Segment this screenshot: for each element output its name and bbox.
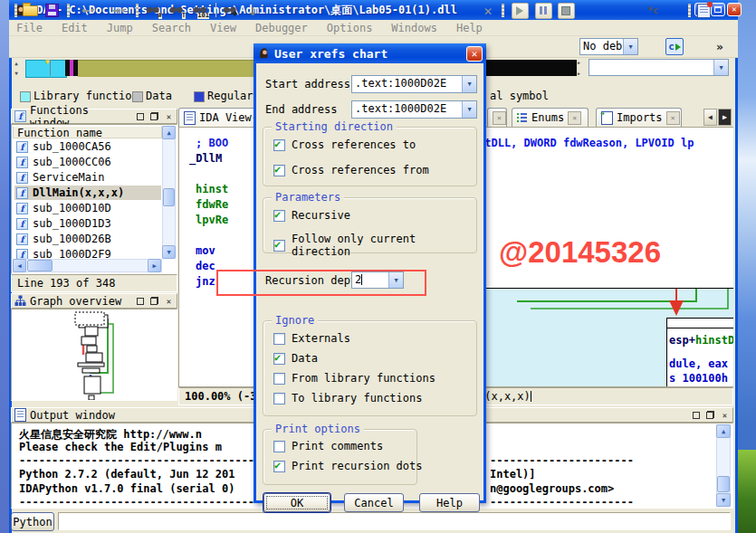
navigate-back-button[interactable]: ←▼ (74, 2, 101, 19)
search-next-button[interactable] (220, 2, 240, 19)
checkbox-data[interactable]: Data (273, 352, 318, 365)
chevron-down-icon[interactable] (713, 60, 728, 75)
search-binary-button[interactable]: # (143, 2, 163, 19)
menu-edit[interactable]: Edit (62, 22, 88, 34)
tab-scroll-left-icon[interactable]: ◀ (703, 109, 717, 126)
checkbox[interactable] (273, 333, 285, 345)
tab-enums[interactable]: Enums ✕ (512, 108, 589, 127)
function-row[interactable]: sub_1000D1D3 (14, 216, 161, 231)
notepad-button[interactable] (694, 2, 713, 19)
menu-options[interactable]: Options (327, 22, 373, 34)
output-vscroll-thumb[interactable] (717, 476, 730, 492)
search-value-button[interactable]: 101 (190, 2, 210, 19)
end-address-combo[interactable]: .text:1000D02E (351, 100, 477, 119)
chevron-down-icon[interactable] (462, 76, 476, 92)
panel-close-icon[interactable]: ✕ (164, 111, 174, 121)
scroll-down-icon[interactable]: ▼ (716, 493, 731, 507)
debugger-select-combo[interactable]: No debug (579, 38, 638, 55)
checkbox-follow-current-direction[interactable]: Follow only current direction (273, 233, 481, 258)
navband-right-arrows[interactable]: ▶▶ (578, 60, 585, 76)
checkbox-from-library-functions[interactable]: From library functions (273, 372, 435, 385)
navband-segment-black-right[interactable] (474, 60, 577, 76)
scroll-up-icon[interactable]: ▲ (162, 126, 176, 139)
graph-overview-titlebar[interactable]: Graph overview ✕ (11, 293, 177, 309)
search-text-button[interactable]: T (167, 2, 187, 19)
navigate-forward-button[interactable]: →▼ (105, 2, 132, 19)
checkbox[interactable] (273, 240, 285, 252)
tab-ida-view[interactable]: IDA View-A (178, 108, 262, 127)
attach-debugger-button[interactable]: *c (643, 2, 663, 19)
toolbar-grip[interactable] (67, 4, 70, 17)
checkbox[interactable] (273, 210, 285, 222)
tab-imports[interactable]: Imports ✕ (596, 108, 682, 127)
panel-close-icon[interactable]: ✕ (720, 410, 730, 420)
panel-float-icon[interactable] (705, 410, 715, 420)
tab-scroll-right-icon[interactable]: ▶ (718, 109, 732, 126)
name-combo[interactable] (589, 59, 729, 76)
chevron-down-icon[interactable] (623, 39, 637, 54)
panel-float-icon[interactable] (149, 111, 159, 121)
scroll-up-icon[interactable]: ▲ (716, 424, 731, 438)
function-row[interactable]: sub_1000CC06 (14, 155, 161, 169)
python-cli-input[interactable] (58, 512, 731, 530)
jump-button[interactable]: ↓ (243, 2, 263, 19)
graph-basic-block[interactable]: esp+hinstDLL] dule, eax s 100100h (666, 318, 733, 387)
functions-window-titlebar[interactable]: Functions window ✕ (11, 109, 177, 124)
panel-float-icon[interactable] (149, 296, 159, 306)
checkbox-cross-references-to[interactable]: Cross references to (273, 138, 416, 151)
checkbox[interactable] (273, 441, 285, 452)
cancel-button[interactable]: Cancel (344, 493, 404, 512)
functions-vscroll-thumb[interactable] (163, 188, 175, 206)
dialog-titlebar[interactable]: User xrefs chart ✕ (254, 43, 486, 63)
checkbox-print-recursion-dots[interactable]: Print recursion dots (273, 460, 423, 472)
menu-file[interactable]: File (16, 22, 43, 34)
cancel-action-button[interactable]: ✕ (478, 2, 498, 19)
debugger-pause-button[interactable] (533, 2, 553, 19)
checkbox[interactable] (273, 393, 285, 405)
open-file-button[interactable] (20, 2, 40, 19)
panel-maximize-icon[interactable] (135, 111, 145, 121)
toolbar-grip[interactable] (14, 4, 17, 17)
chevron-down-icon[interactable] (462, 101, 476, 118)
functions-hscroll-thumb[interactable] (27, 260, 53, 271)
toolbar-grip[interactable] (688, 4, 691, 17)
ok-button[interactable]: OK (263, 493, 330, 512)
function-row[interactable]: sub_1000D2F9 (14, 247, 161, 259)
checkbox-externals[interactable]: Externals (273, 332, 350, 345)
checkbox-recursive[interactable]: Recursive (273, 209, 350, 222)
menu-windows[interactable]: Windows (391, 22, 437, 34)
tab-close-icon[interactable]: ✕ (666, 111, 680, 125)
tab-close-icon[interactable]: ✕ (568, 111, 581, 125)
panel-maximize-icon[interactable] (135, 296, 145, 306)
start-address-combo[interactable]: .text:1000D02E (351, 75, 477, 93)
function-row[interactable]: sub_1000D10D (14, 201, 161, 215)
menu-debugger[interactable]: Debugger (255, 22, 308, 34)
function-row-selected[interactable]: DllMain(x,x,x) (14, 186, 161, 200)
dialog-close-button[interactable]: ✕ (466, 46, 483, 62)
function-row[interactable]: sub_1000D26B (14, 232, 161, 246)
checkbox-to-library-functions[interactable]: To library functions (273, 392, 423, 405)
checkbox[interactable] (273, 373, 285, 385)
help-button[interactable]: Help (419, 493, 480, 512)
save-button[interactable] (42, 2, 62, 19)
toolbar-overflow-button[interactable]: » (716, 40, 723, 53)
debugger-start-button[interactable] (510, 2, 530, 19)
panel-maximize-icon[interactable] (691, 410, 701, 420)
panel-close-icon[interactable]: ✕ (164, 296, 174, 306)
scroll-right-icon[interactable]: ▶ (148, 259, 161, 272)
toolbar-grip[interactable] (136, 4, 139, 17)
run-to-cursor-button[interactable]: c (665, 38, 684, 55)
tab-close-icon[interactable]: ✕ (493, 111, 506, 125)
graph-overview-canvas[interactable] (11, 309, 177, 401)
checkbox-cross-references-from[interactable]: Cross references from (273, 164, 429, 176)
menu-help[interactable]: Help (456, 22, 483, 34)
scroll-left-icon[interactable]: ◀ (13, 259, 26, 272)
checkbox-print-comments[interactable]: Print comments (273, 440, 383, 452)
function-row[interactable]: ServiceMain (14, 170, 161, 185)
scroll-down-icon[interactable]: ▼ (162, 245, 176, 259)
tab-partial[interactable]: ✕ (487, 108, 507, 127)
close-button[interactable]: ✕ (727, 3, 742, 16)
checkbox[interactable] (273, 353, 285, 365)
function-row[interactable]: sub_1000CA56 (14, 139, 161, 154)
menu-search[interactable]: Search (152, 22, 191, 34)
